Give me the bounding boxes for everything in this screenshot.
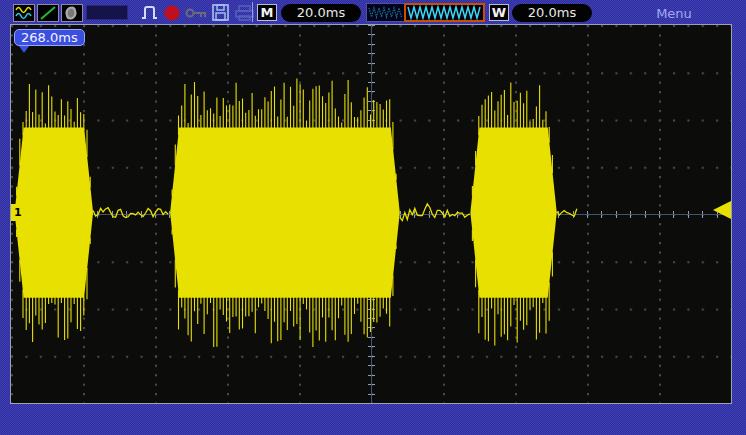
toolbar-separator — [252, 2, 253, 22]
dual-trace-icon — [14, 5, 34, 21]
window-wave-line — [408, 7, 480, 18]
window-timebase-readout: 20.0ms — [512, 4, 592, 22]
pulse-icon — [140, 4, 162, 21]
zoom-window-region[interactable] — [404, 3, 485, 22]
main-timebase-readout: 20.0ms — [281, 4, 361, 22]
dual-trace-button[interactable] — [13, 4, 35, 22]
trigger-level-marker[interactable] — [713, 201, 731, 219]
channel1-marker-number: 1 — [14, 206, 22, 219]
save-icon — [211, 3, 231, 22]
slash-icon — [38, 5, 58, 21]
oscilloscope-screen: M 20.0ms W 20.0ms Menu 268.0ms 1 — [0, 0, 746, 435]
slash-button[interactable] — [37, 4, 59, 22]
lock-button[interactable] — [185, 5, 209, 24]
record-icon — [163, 4, 181, 21]
save-button[interactable] — [211, 3, 231, 26]
record-button[interactable] — [163, 4, 181, 25]
channel1-marker-tip — [23, 204, 31, 220]
window-timebase-label: W — [489, 4, 509, 21]
key-icon — [185, 5, 209, 20]
record-overview-widget — [366, 3, 485, 22]
main-timebase-label: M — [257, 4, 277, 21]
snapshot-button[interactable] — [61, 4, 83, 22]
graticule-area: 268.0ms 1 — [10, 24, 732, 404]
delay-readout-badge: 268.0ms — [14, 29, 85, 46]
snapshot-icon — [62, 5, 82, 21]
menu-button[interactable]: Menu — [644, 6, 704, 21]
channel1-position-marker[interactable]: 1 — [11, 204, 31, 221]
zoom-window-wave — [406, 5, 483, 20]
waveform-svg — [11, 25, 731, 403]
record-overview-wave — [368, 4, 404, 21]
toolbar-recess — [86, 5, 128, 20]
pulse-button[interactable] — [140, 4, 162, 25]
overview-wave-line — [369, 8, 402, 17]
bottom-status-bar: DC 20 200mV CH1 48.0mV 0.00000Hz 26-July… — [0, 404, 746, 435]
delay-badge-pointer — [19, 46, 29, 53]
